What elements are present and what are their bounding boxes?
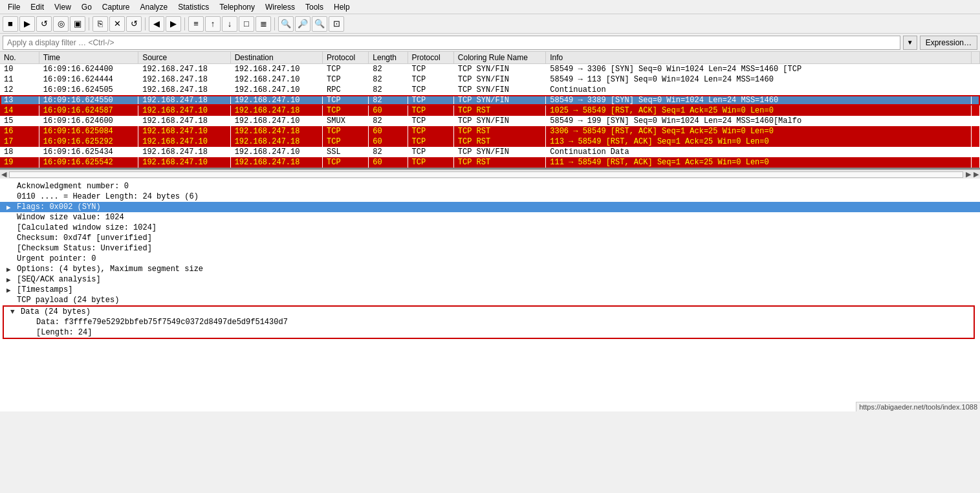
toolbar-unmark[interactable]: ≣ bbox=[256, 16, 271, 32]
detail-row[interactable]: Window size value: 1024 bbox=[0, 212, 980, 223]
detail-row[interactable]: [Calculated window size: 1024] bbox=[0, 223, 980, 233]
detail-row[interactable]: Checksum: 0xd74f [unverified] bbox=[0, 233, 980, 243]
col-coloring: Coloring Rule Name bbox=[453, 52, 545, 64]
table-row[interactable]: 1216:09:16.624505192.168.247.18192.168.2… bbox=[0, 85, 980, 95]
filter-dropdown[interactable]: ▼ bbox=[903, 36, 917, 50]
table-cell: TCP bbox=[408, 105, 453, 116]
detail-text: [Length: 24] bbox=[36, 328, 92, 337]
details-panel: Acknowledgment number: 00110 .... = Head… bbox=[0, 179, 980, 411]
table-row[interactable]: 1416:09:16.624587192.168.247.10192.168.2… bbox=[0, 105, 980, 116]
detail-text: Checksum: 0xd74f [unverified] bbox=[17, 234, 152, 243]
table-cell: TCP SYN/FIN bbox=[453, 95, 545, 105]
detail-text: Data: f3fffe79e5292bbfeb75f7549c0372d849… bbox=[36, 318, 288, 327]
row-indicator bbox=[971, 116, 979, 126]
detail-row[interactable]: [Length: 24] bbox=[3, 327, 975, 339]
table-cell: 17 bbox=[0, 137, 39, 147]
menu-file[interactable]: File bbox=[3, 1, 25, 13]
table-row[interactable]: 1516:09:16.624600192.168.247.18192.168.2… bbox=[0, 116, 980, 126]
table-row[interactable]: 1016:09:16.624400192.168.247.18192.168.2… bbox=[0, 64, 980, 75]
menu-go[interactable]: Go bbox=[76, 1, 97, 13]
table-cell: TCP bbox=[408, 95, 453, 105]
menu-telephony[interactable]: Telephony bbox=[214, 1, 260, 13]
bottom-url: https://abigaeder.net/tools/index.1088 bbox=[856, 402, 980, 411]
menu-analyze[interactable]: Analyze bbox=[135, 1, 173, 13]
table-cell: 16:09:16.624600 bbox=[39, 116, 138, 126]
menu-tools[interactable]: Tools bbox=[300, 1, 329, 13]
detail-row[interactable]: [Checksum Status: Unverified] bbox=[0, 243, 980, 254]
table-row[interactable]: 1716:09:16.625292192.168.247.10192.168.2… bbox=[0, 137, 980, 147]
menu-capture[interactable]: Capture bbox=[97, 1, 135, 13]
menu-statistics[interactable]: Statistics bbox=[173, 1, 214, 13]
detail-row[interactable]: ▶Options: (4 bytes), Maximum segment siz… bbox=[0, 264, 980, 274]
table-cell: 18 bbox=[0, 147, 39, 157]
detail-row[interactable]: Urgent pointer: 0 bbox=[0, 254, 980, 264]
table-cell: 111 → 58549 [RST, ACK] Seq=1 Ack=25 Win=… bbox=[546, 157, 972, 168]
table-cell: TCP bbox=[323, 64, 369, 75]
detail-row[interactable]: ▶Flags: 0x002 (SYN) bbox=[0, 202, 980, 212]
menubar: File Edit View Go Capture Analyze Statis… bbox=[0, 0, 980, 14]
toolbar-back[interactable]: ◀ bbox=[149, 16, 164, 32]
menu-view[interactable]: View bbox=[49, 1, 76, 13]
detail-row[interactable]: ▶[Timestamps] bbox=[0, 285, 980, 295]
table-cell: 58549 → 3306 [SYN] Seq=0 Win=1024 Len=24… bbox=[546, 64, 972, 75]
toolbar-mark[interactable]: □ bbox=[239, 16, 254, 32]
table-row[interactable]: 1616:09:16.625084192.168.247.10192.168.2… bbox=[0, 126, 980, 137]
toolbar-zoom-out[interactable]: 🔎 bbox=[295, 16, 310, 32]
detail-row[interactable]: Acknowledgment number: 0 bbox=[0, 181, 980, 192]
menu-wireless[interactable]: Wireless bbox=[260, 1, 300, 13]
detail-text: Data (24 bytes) bbox=[21, 307, 91, 316]
row-indicator bbox=[971, 85, 979, 95]
toolbar-zoom-reset[interactable]: 🔍 bbox=[312, 16, 327, 32]
toolbar-save[interactable]: ▶ bbox=[19, 16, 35, 32]
toolbar-zoom-in[interactable]: 🔍 bbox=[278, 16, 294, 32]
detail-row[interactable]: Data: f3fffe79e5292bbfeb75f7549c0372d849… bbox=[3, 317, 975, 327]
filter-input[interactable] bbox=[3, 36, 900, 50]
table-cell: 16:09:16.624505 bbox=[39, 85, 138, 95]
table-cell: TCP SYN/FIN bbox=[453, 64, 545, 75]
table-cell: TCP bbox=[323, 126, 369, 137]
table-cell: 192.168.247.18 bbox=[230, 105, 322, 116]
table-cell: TCP RST bbox=[453, 105, 545, 116]
table-cell: 192.168.247.18 bbox=[138, 74, 230, 85]
table-cell: 16:09:16.624550 bbox=[39, 95, 138, 105]
hscroll[interactable]: ◀ ▶ ▶ bbox=[0, 170, 980, 179]
toolbar-delete[interactable]: ✕ bbox=[109, 16, 125, 32]
toolbar-reload[interactable]: ◎ bbox=[53, 16, 69, 32]
menu-edit[interactable]: Edit bbox=[25, 1, 49, 13]
table-cell: 58549 → 199 [SYN] Seq=0 Win=1024 Len=24 … bbox=[546, 116, 972, 126]
table-row[interactable]: 1116:09:16.624444192.168.247.18192.168.2… bbox=[0, 74, 980, 85]
table-cell: 19 bbox=[0, 157, 39, 168]
table-cell: 1025 → 58549 [RST, ACK] Seq=1 Ack=25 Win… bbox=[546, 105, 972, 116]
toolbar-resize[interactable]: ⊡ bbox=[329, 16, 344, 32]
expression-button[interactable]: Expression… bbox=[920, 36, 977, 50]
table-row[interactable]: 1916:09:16.625542192.168.247.10192.168.2… bbox=[0, 157, 980, 168]
table-cell: 15 bbox=[0, 116, 39, 126]
detail-row[interactable]: TCP payload (24 bytes) bbox=[0, 295, 980, 305]
toolbar-goto[interactable]: ≡ bbox=[188, 16, 204, 32]
table-row[interactable]: 1316:09:16.624550192.168.247.18192.168.2… bbox=[0, 95, 980, 105]
detail-row[interactable]: 0110 .... = Header Length: 24 bytes (6) bbox=[0, 192, 980, 202]
toolbar-capture[interactable]: ▣ bbox=[70, 16, 85, 32]
table-cell: 192.168.247.18 bbox=[230, 157, 322, 168]
expand-arrow-icon: ▼ bbox=[10, 308, 18, 316]
toolbar-open[interactable]: ■ bbox=[3, 16, 18, 32]
menu-help[interactable]: Help bbox=[329, 1, 355, 13]
table-row[interactable]: 1816:09:16.625434192.168.247.18192.168.2… bbox=[0, 147, 980, 157]
toolbar-close[interactable]: ↺ bbox=[36, 16, 52, 32]
toolbar-copy[interactable]: ⎘ bbox=[93, 16, 108, 32]
detail-row[interactable]: ▶[SEQ/ACK analysis] bbox=[0, 274, 980, 285]
toolbar-restart[interactable]: ↺ bbox=[126, 16, 142, 32]
toolbar-last[interactable]: ↓ bbox=[222, 16, 237, 32]
toolbar-first[interactable]: ↑ bbox=[205, 16, 221, 32]
table-cell: 192.168.247.10 bbox=[230, 116, 322, 126]
table-cell: TCP SYN/FIN bbox=[453, 147, 545, 157]
table-cell: TCP RST bbox=[453, 137, 545, 147]
detail-row[interactable]: ▼Data (24 bytes) bbox=[3, 305, 975, 317]
table-cell: 192.168.247.10 bbox=[230, 74, 322, 85]
table-cell: 60 bbox=[369, 157, 408, 168]
table-cell: 82 bbox=[369, 64, 408, 75]
hscroll-track[interactable] bbox=[9, 171, 963, 178]
toolbar: ■ ▶ ↺ ◎ ▣ ⎘ ✕ ↺ ◀ ▶ ≡ ↑ ↓ □ ≣ 🔍 🔎 🔍 ⊡ bbox=[0, 14, 980, 34]
toolbar-forward[interactable]: ▶ bbox=[166, 16, 181, 32]
packet-list-container: No. Time Source Destination Protocol Len… bbox=[0, 52, 980, 179]
